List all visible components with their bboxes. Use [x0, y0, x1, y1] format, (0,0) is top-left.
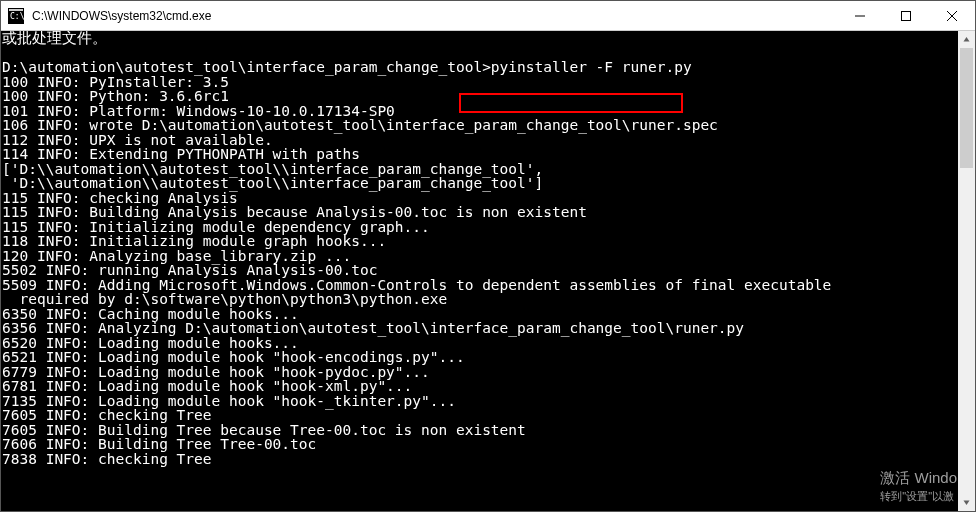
terminal-line: 5502 INFO: running Analysis Analysis-00.… [2, 263, 956, 278]
titlebar[interactable]: C:\ C:\WINDOWS\system32\cmd.exe [1, 1, 975, 31]
terminal-line: 6350 INFO: Caching module hooks... [2, 307, 956, 322]
terminal-line: 101 INFO: Platform: Windows-10-10.0.1713… [2, 104, 956, 119]
svg-rect-1 [9, 9, 23, 11]
terminal-line: 'D:\\automation\\autotest_tool\\interfac… [2, 176, 956, 191]
terminal-line: 115 INFO: Initializing module dependency… [2, 220, 956, 235]
scroll-thumb[interactable] [960, 48, 973, 168]
terminal-line: 7606 INFO: Building Tree Tree-00.toc [2, 437, 956, 452]
terminal-line: 114 INFO: Extending PYTHONPATH with path… [2, 147, 956, 162]
terminal-line: 106 INFO: wrote D:\automation\autotest_t… [2, 118, 956, 133]
terminal-line: 5509 INFO: Adding Microsoft.Windows.Comm… [2, 278, 956, 293]
terminal-line: 6521 INFO: Loading module hook "hook-enc… [2, 350, 956, 365]
terminal-line [2, 46, 956, 61]
terminal-line: 6781 INFO: Loading module hook "hook-xml… [2, 379, 956, 394]
terminal-line: 6356 INFO: Analyzing D:\automation\autot… [2, 321, 956, 336]
terminal-line: 7135 INFO: Loading module hook "hook-_tk… [2, 394, 956, 409]
terminal-line: 6779 INFO: Loading module hook "hook-pyd… [2, 365, 956, 380]
terminal-line: D:\automation\autotest_tool\interface_pa… [2, 60, 956, 75]
svg-marker-7 [964, 37, 970, 42]
terminal-line: 115 INFO: checking Analysis [2, 191, 956, 206]
close-button[interactable] [929, 1, 975, 31]
terminal-line: 7838 INFO: checking Tree [2, 452, 956, 467]
svg-text:C:\: C:\ [10, 12, 24, 21]
scroll-down-button[interactable] [958, 494, 975, 511]
terminal-area: 或批处理文件。D:\automation\autotest_tool\inter… [1, 31, 975, 511]
vertical-scrollbar[interactable] [958, 31, 975, 511]
minimize-button[interactable] [837, 1, 883, 31]
scroll-up-button[interactable] [958, 31, 975, 48]
terminal-output[interactable]: 或批处理文件。D:\automation\autotest_tool\inter… [1, 31, 958, 511]
terminal-line: ['D:\\automation\\autotest_tool\\interfa… [2, 162, 956, 177]
terminal-line: 或批处理文件。 [2, 31, 956, 46]
window-title: C:\WINDOWS\system32\cmd.exe [32, 9, 211, 23]
terminal-line: 112 INFO: UPX is not available. [2, 133, 956, 148]
terminal-line: 100 INFO: PyInstaller: 3.5 [2, 75, 956, 90]
maximize-button[interactable] [883, 1, 929, 31]
terminal-line: 115 INFO: Building Analysis because Anal… [2, 205, 956, 220]
terminal-line: 120 INFO: Analyzing base_library.zip ... [2, 249, 956, 264]
terminal-line: 100 INFO: Python: 3.6.6rc1 [2, 89, 956, 104]
cmd-window: C:\ C:\WINDOWS\system32\cmd.exe 或批处理文件。D… [0, 0, 976, 512]
terminal-line: 7605 INFO: Building Tree because Tree-00… [2, 423, 956, 438]
terminal-line: 6520 INFO: Loading module hooks... [2, 336, 956, 351]
terminal-line: 7605 INFO: checking Tree [2, 408, 956, 423]
cmd-icon: C:\ [8, 8, 24, 24]
terminal-line: 118 INFO: Initializing module graph hook… [2, 234, 956, 249]
svg-rect-4 [902, 11, 911, 20]
terminal-line: required by d:\software\python\python3\p… [2, 292, 956, 307]
window-controls [837, 1, 975, 31]
svg-marker-8 [964, 501, 970, 506]
